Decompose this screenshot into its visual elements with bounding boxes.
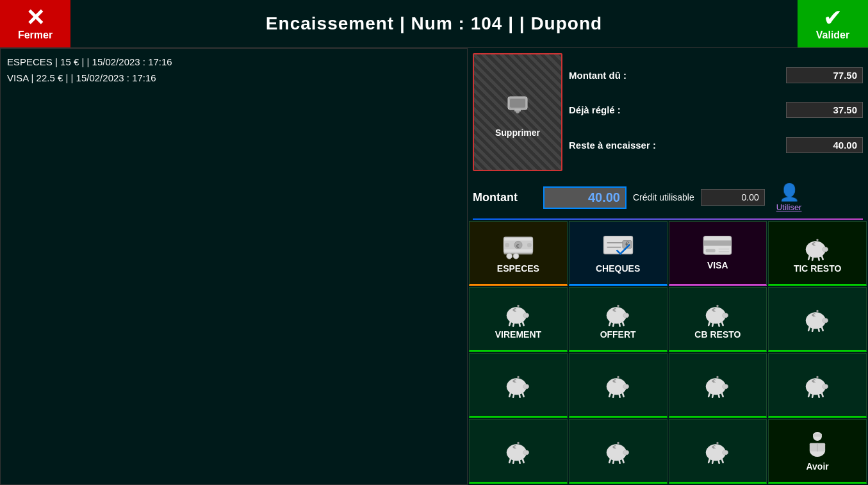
empty-button-3[interactable]: €	[569, 353, 667, 418]
avoir-label: Avoir	[806, 461, 828, 472]
empty-button-1[interactable]: €	[768, 287, 867, 352]
empty-button-5[interactable]: €	[768, 353, 867, 418]
svg-point-12	[513, 253, 519, 259]
svg-point-61	[617, 375, 619, 377]
close-button[interactable]: ✕ Fermer	[0, 0, 70, 47]
visa-label: VISA	[707, 260, 728, 270]
tic-resto-button[interactable]: € TIC RESTO	[768, 221, 867, 286]
empty-button-7[interactable]: €	[569, 419, 667, 484]
offert-button[interactable]: € OFFERT	[569, 287, 667, 352]
svg-point-56	[523, 384, 529, 388]
visa-button[interactable]: VISA	[669, 221, 767, 286]
eraser-icon	[502, 87, 534, 125]
svg-point-73	[816, 375, 818, 377]
supprimer-label: Supprimer	[495, 127, 540, 138]
svg-point-76	[812, 379, 814, 381]
svg-point-34	[512, 308, 514, 310]
offert-label: OFFERT	[600, 329, 636, 340]
svg-point-64	[612, 379, 614, 381]
main-content: ESPECES | 15 € | | 15/02/2023 : 17:16 VI…	[0, 48, 868, 485]
right-panel: Supprimer Montant dû : 77.50 Déjà réglé …	[468, 48, 868, 485]
svg-point-50	[823, 318, 828, 322]
deja-regle-label: Déjà réglé :	[569, 104, 621, 115]
transactions-panel: ESPECES | 15 € | | 15/02/2023 : 17:16 VI…	[0, 48, 468, 485]
empty-button-8[interactable]: €	[669, 419, 767, 484]
svg-point-44	[723, 313, 728, 317]
empty-button-2[interactable]: €	[469, 353, 568, 418]
montant-row: Montant Crédit utilisable 👤 Utiliser	[468, 176, 868, 218]
montant-du-label: Montant dû :	[569, 70, 626, 81]
especes-label: ESPECES	[497, 263, 539, 274]
svg-point-79	[517, 441, 519, 443]
header: ✕ Fermer Encaissement | Num : 104 | | Du…	[0, 0, 868, 48]
reste-row: Reste à encaisser : 40.00	[569, 137, 863, 153]
payment-grid: € ESPECES € CHEQUES	[468, 220, 868, 485]
svg-point-62	[623, 384, 628, 388]
montant-du-row: Montant dû : 77.50	[569, 67, 863, 83]
cheques-button[interactable]: € CHEQUES	[569, 221, 667, 286]
supprimer-button[interactable]: Supprimer	[473, 53, 562, 171]
svg-point-32	[523, 313, 529, 317]
svg-point-80	[523, 450, 529, 454]
cb-resto-label: CB RESTO	[694, 329, 741, 340]
svg-point-88	[612, 445, 614, 447]
svg-point-38	[623, 313, 628, 317]
montant-du-value: 77.50	[786, 67, 863, 83]
utiliser-button[interactable]: 👤 Utiliser	[771, 180, 807, 215]
utiliser-label: Utiliser	[776, 202, 802, 212]
virement-label: VIREMENT	[495, 329, 541, 340]
svg-point-82	[512, 445, 514, 447]
svg-point-94	[712, 445, 714, 447]
transaction-line: VISA | 22.5 € | | 15/02/2023 : 17:16	[6, 70, 462, 86]
amounts-section: Montant dû : 77.50 Déjà réglé : 37.50 Re…	[569, 53, 863, 171]
svg-rect-20	[706, 249, 716, 252]
svg-point-58	[512, 379, 514, 381]
svg-point-86	[623, 450, 628, 454]
tic-resto-label: TIC RESTO	[794, 263, 841, 274]
svg-rect-1	[510, 99, 525, 108]
close-label: Fermer	[18, 29, 53, 41]
svg-point-40	[612, 308, 614, 310]
cheques-label: CHEQUES	[596, 263, 640, 274]
check-icon: ✔	[823, 6, 842, 29]
svg-point-26	[823, 247, 828, 251]
especes-button[interactable]: € ESPECES	[469, 221, 568, 286]
cb-resto-button[interactable]: € CB RESTO	[669, 287, 767, 352]
close-icon: ✕	[26, 6, 45, 29]
svg-point-46	[712, 308, 714, 310]
svg-point-8	[505, 242, 509, 247]
header-title: Encaissement | Num : 104 | | Dupond	[70, 0, 798, 47]
svg-point-85	[617, 441, 619, 443]
svg-point-91	[717, 441, 719, 443]
info-section: Supprimer Montant dû : 77.50 Déjà réglé …	[468, 48, 868, 176]
svg-point-68	[723, 384, 728, 388]
svg-point-43	[717, 304, 719, 306]
deja-regle-row: Déjà réglé : 37.50	[569, 102, 863, 118]
transaction-line: ESPECES | 15 € | | 15/02/2023 : 17:16	[6, 54, 462, 70]
svg-rect-3	[514, 110, 521, 111]
credit-label: Crédit utilisable	[633, 192, 694, 202]
svg-point-67	[717, 375, 719, 377]
svg-point-25	[816, 238, 818, 240]
montant-input[interactable]	[543, 186, 626, 209]
svg-point-70	[712, 379, 714, 381]
empty-button-4[interactable]: €	[669, 353, 767, 418]
reste-label: Reste à encaisser :	[569, 140, 656, 151]
svg-point-31	[517, 304, 519, 306]
svg-point-55	[517, 375, 519, 377]
svg-rect-19	[704, 240, 732, 245]
credit-input[interactable]	[701, 189, 765, 206]
validate-button[interactable]: ✔ Valider	[798, 0, 868, 47]
montant-label: Montant	[473, 191, 537, 204]
svg-point-49	[816, 309, 818, 311]
person-icon: 👤	[779, 183, 799, 202]
deja-regle-value: 37.50	[786, 102, 863, 118]
virement-button[interactable]: € VIREMENT	[469, 287, 568, 352]
svg-point-11	[507, 253, 512, 259]
avoir-button[interactable]: Avoir	[768, 419, 867, 484]
svg-point-74	[823, 384, 828, 388]
svg-point-52	[812, 313, 814, 315]
empty-button-6[interactable]: €	[469, 419, 568, 484]
reste-value: 40.00	[786, 137, 863, 153]
svg-rect-96	[813, 433, 822, 436]
